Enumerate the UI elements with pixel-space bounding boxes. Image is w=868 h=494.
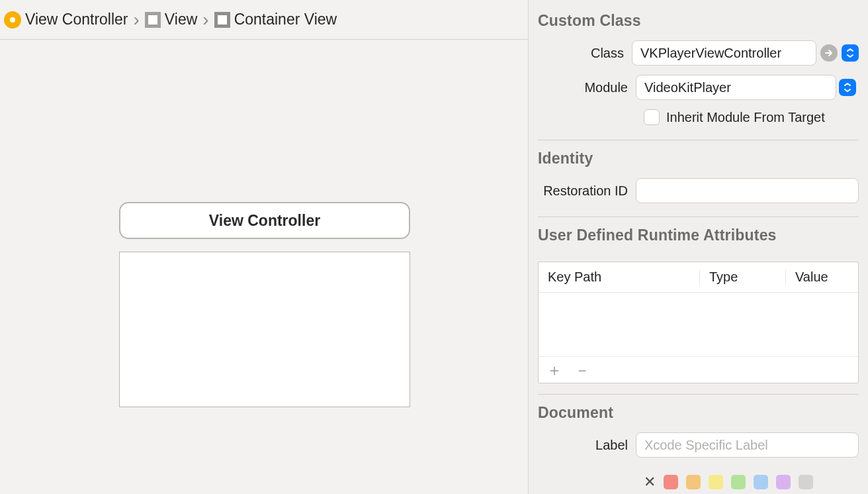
module-label: Module bbox=[538, 80, 636, 95]
scene-view-controller[interactable]: View Controller bbox=[119, 202, 410, 407]
chevron-right-icon: › bbox=[132, 9, 141, 30]
color-swatch-purple[interactable] bbox=[776, 475, 791, 489]
clear-color-button[interactable]: ✕ bbox=[644, 473, 656, 491]
color-swatch-green[interactable] bbox=[731, 475, 746, 489]
class-dropdown-button[interactable] bbox=[842, 44, 859, 62]
canvas-area[interactable]: View Controller › View › Container View … bbox=[0, 0, 528, 494]
section-identity: Identity bbox=[538, 150, 859, 168]
identity-inspector: Custom Class Class Module bbox=[528, 0, 868, 494]
restoration-id-label: Restoration ID bbox=[538, 183, 636, 199]
runtime-attrs-table: Key Path Type Value ＋ － bbox=[538, 262, 859, 383]
goto-class-button[interactable] bbox=[820, 44, 838, 62]
arrowhead-icon bbox=[0, 298, 1, 339]
section-divider bbox=[538, 394, 859, 395]
module-input[interactable] bbox=[636, 75, 836, 100]
breadcrumb: View Controller › View › Container View bbox=[0, 0, 528, 40]
color-swatch-orange[interactable] bbox=[686, 475, 701, 489]
restoration-id-input[interactable] bbox=[636, 178, 859, 203]
scene-title-bar[interactable]: View Controller bbox=[119, 202, 410, 239]
document-label-label: Label bbox=[538, 438, 636, 453]
breadcrumb-item[interactable]: View Controller bbox=[25, 11, 128, 28]
breadcrumb-item[interactable]: Container View bbox=[234, 11, 337, 28]
inherit-module-checkbox[interactable] bbox=[644, 109, 660, 125]
module-dropdown-button[interactable] bbox=[839, 79, 856, 96]
breadcrumb-item[interactable]: View bbox=[165, 11, 197, 28]
section-document: Document bbox=[538, 404, 859, 422]
chevron-right-icon: › bbox=[201, 9, 210, 30]
entry-point-arrow[interactable] bbox=[0, 298, 1, 339]
column-type[interactable]: Type bbox=[699, 270, 785, 285]
label-color-row: ✕ bbox=[644, 473, 859, 491]
scene-view[interactable] bbox=[119, 252, 410, 407]
view-controller-icon bbox=[4, 11, 21, 28]
section-runtime-attrs: User Defined Runtime Attributes bbox=[538, 226, 859, 244]
inherit-module-label: Inherit Module From Target bbox=[666, 110, 825, 125]
runtime-attrs-body[interactable] bbox=[539, 293, 858, 356]
container-view-icon bbox=[214, 12, 230, 28]
column-key-path[interactable]: Key Path bbox=[539, 270, 699, 285]
color-swatch-yellow[interactable] bbox=[709, 475, 723, 489]
view-icon bbox=[145, 12, 161, 28]
add-attr-button[interactable]: ＋ bbox=[546, 362, 562, 378]
section-divider bbox=[538, 140, 859, 140]
column-value[interactable]: Value bbox=[785, 270, 858, 285]
class-label: Class bbox=[538, 46, 632, 61]
color-swatch-red[interactable] bbox=[664, 475, 678, 489]
class-input[interactable] bbox=[632, 40, 816, 66]
color-swatch-blue[interactable] bbox=[754, 475, 768, 489]
section-custom-class: Custom Class bbox=[538, 12, 859, 30]
color-swatch-gray[interactable] bbox=[799, 475, 813, 489]
scene-title-label: View Controller bbox=[209, 212, 320, 230]
remove-attr-button[interactable]: － bbox=[574, 362, 590, 378]
document-label-input[interactable] bbox=[636, 432, 859, 458]
section-divider bbox=[538, 217, 859, 217]
